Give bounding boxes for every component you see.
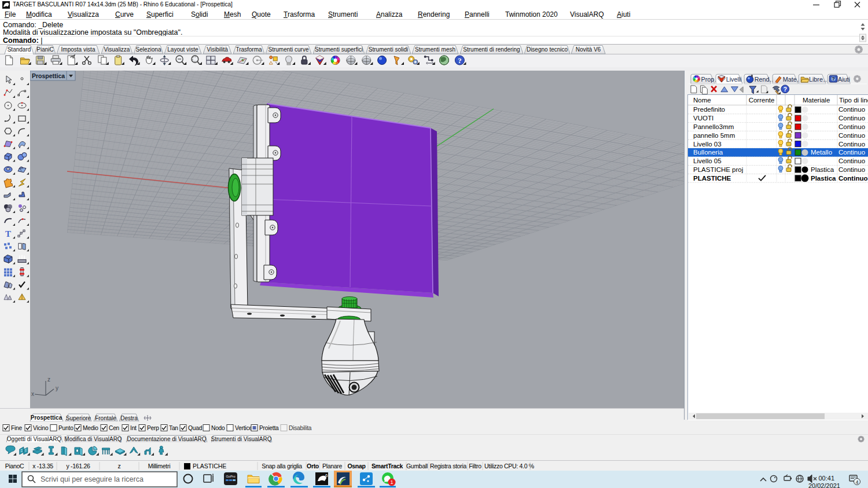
svg-text:Documentazione di VisualARQ: Documentazione di VisualARQ — [127, 436, 206, 442]
svg-text:Strumenti mesh: Strumenti mesh — [415, 46, 455, 53]
svg-text:20/02/2021: 20/02/2021 — [808, 482, 840, 488]
svg-text:Millimetri: Millimetri — [148, 463, 170, 469]
svg-text:Perp: Perp — [147, 425, 159, 431]
svg-text:z: z — [47, 376, 50, 383]
svg-text:Disegno tecnico: Disegno tecnico — [527, 46, 568, 53]
svg-text:x -13.35: x -13.35 — [32, 463, 53, 469]
svg-text:Strumenti di VisualARQ: Strumenti di VisualARQ — [211, 436, 272, 442]
svg-text:x: x — [31, 391, 34, 397]
svg-text:?: ? — [832, 76, 834, 82]
svg-text:Bulloneria: Bulloneria — [693, 149, 723, 156]
svg-text:00:41: 00:41 — [818, 475, 834, 482]
svg-text:Osnap: Osnap — [347, 463, 365, 469]
svg-text:Fine: Fine — [11, 425, 23, 431]
svg-text:Tan: Tan — [169, 425, 178, 431]
svg-text:Medio: Medio — [83, 425, 98, 431]
svg-text:Corrente: Corrente — [749, 97, 775, 104]
svg-text:Visibilità: Visibilità — [207, 46, 228, 53]
svg-text:Frontale: Frontale — [95, 415, 116, 421]
svg-text:Imposta vista: Imposta vista — [61, 46, 95, 53]
svg-text:Prospettica: Prospettica — [32, 72, 65, 79]
svg-text:Layout viste: Layout viste — [167, 46, 198, 53]
svg-text:4: 4 — [856, 479, 859, 485]
svg-text:Destra: Destra — [120, 415, 138, 421]
svg-text:Disabilita: Disabilita — [289, 425, 312, 431]
svg-text:Scrivi qui per eseguire la ric: Scrivi qui per eseguire la ricerca — [41, 475, 144, 483]
svg-text:Plastica: Plastica — [811, 175, 836, 182]
svg-text:?: ? — [783, 86, 787, 93]
svg-text:Plastica: Plastica — [811, 166, 834, 173]
svg-text:PianiC: PianiC — [36, 46, 53, 53]
svg-text:Superiore: Superiore — [66, 415, 91, 421]
svg-text:Quad: Quad — [188, 425, 203, 431]
svg-text:Novità V6: Novità V6 — [576, 46, 601, 53]
svg-text:Continuo: Continuo — [838, 106, 865, 113]
svg-text:Continuo: Continuo — [838, 157, 865, 164]
svg-text:Nodo: Nodo — [211, 425, 225, 431]
svg-text:Continuo: Continuo — [838, 141, 865, 148]
svg-text:Trasforma: Trasforma — [236, 46, 262, 53]
svg-text:?: ? — [458, 56, 462, 65]
svg-text:Tipo di linea: Tipo di linea — [839, 97, 868, 104]
svg-text:Livello 05: Livello 05 — [693, 157, 722, 164]
svg-text:Livelli: Livelli — [726, 76, 742, 83]
svg-text:Seleziona: Seleziona — [136, 46, 161, 53]
svg-text:Vertice: Vertice — [235, 425, 252, 431]
svg-text:PLASTICHE: PLASTICHE — [193, 463, 226, 469]
svg-text:Pannello3mm: Pannello3mm — [693, 123, 734, 130]
svg-text:Punto: Punto — [58, 425, 73, 431]
svg-text:Utilizzo CPU: 4.0 %: Utilizzo CPU: 4.0 % — [484, 463, 534, 469]
svg-text:GoPro: GoPro — [226, 475, 236, 478]
svg-text:1: 1 — [390, 479, 393, 485]
svg-text:Metallo: Metallo — [811, 149, 832, 156]
svg-text:6: 6 — [325, 473, 328, 478]
svg-text:Strumenti solidi: Strumenti solidi — [369, 46, 408, 53]
svg-text:Oggetti di VisualARQ: Oggetti di VisualARQ — [7, 436, 62, 442]
svg-text:PLASTICHE: PLASTICHE — [693, 175, 731, 182]
svg-text:PLASTICHE proj: PLASTICHE proj — [693, 166, 743, 173]
svg-text:T: T — [5, 229, 11, 239]
svg-text:Proietta: Proietta — [259, 425, 279, 431]
svg-text:Libre…: Libre… — [809, 76, 829, 83]
svg-text:Orto: Orto — [307, 463, 319, 469]
svg-text:PianoC: PianoC — [5, 463, 24, 469]
svg-text:Vicino: Vicino — [33, 425, 49, 431]
svg-text:Aiuti: Aiuti — [838, 76, 850, 83]
svg-text:Predefinito: Predefinito — [693, 106, 725, 113]
svg-text:Continuo: Continuo — [838, 132, 865, 139]
svg-text:Strumenti di rendering: Strumenti di rendering — [463, 46, 520, 53]
svg-text:y: y — [56, 385, 58, 391]
svg-text:VUOTI: VUOTI — [693, 115, 713, 122]
svg-text:Gumball: Gumball — [406, 463, 428, 469]
svg-text:Planare: Planare — [322, 463, 343, 469]
svg-text:Cen: Cen — [109, 425, 119, 431]
svg-text:pannello 5mm: pannello 5mm — [693, 132, 735, 139]
svg-text:Visualizza: Visualizza — [104, 46, 130, 53]
svg-text:Livello 03: Livello 03 — [693, 141, 722, 148]
svg-text:Nome: Nome — [693, 97, 711, 104]
svg-text:y -161.26: y -161.26 — [66, 463, 90, 469]
svg-text:Strumenti superfici: Strumenti superfici — [315, 46, 363, 53]
svg-text:Continuo: Continuo — [838, 166, 865, 173]
svg-text:Strumenti curve: Strumenti curve — [268, 46, 308, 53]
svg-text:Prospettica: Prospettica — [31, 414, 62, 421]
svg-text:Registra storia: Registra storia — [430, 463, 467, 469]
svg-text:Snap alla griglia: Snap alla griglia — [262, 463, 302, 469]
svg-text:Standard: Standard — [8, 46, 31, 53]
svg-text:Continuo: Continuo — [838, 175, 867, 182]
svg-text:Filtro: Filtro — [469, 463, 481, 469]
svg-text:Int: Int — [130, 425, 137, 431]
svg-text:Materiale: Materiale — [803, 97, 830, 104]
svg-text:Modifica di VisualARQ: Modifica di VisualARQ — [64, 436, 122, 442]
svg-text:Continuo: Continuo — [838, 123, 865, 130]
svg-text:Continuo: Continuo — [838, 149, 865, 156]
svg-text:Continuo: Continuo — [838, 115, 865, 122]
svg-text:SmartTrack: SmartTrack — [372, 463, 403, 469]
svg-text:z: z — [118, 463, 121, 469]
